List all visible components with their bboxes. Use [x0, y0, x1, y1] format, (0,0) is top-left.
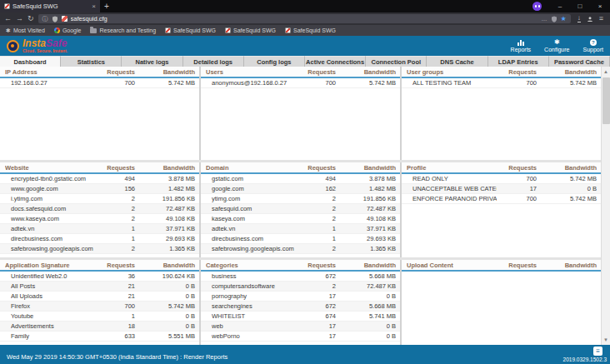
row-bandwidth: 5.742 MB: [537, 195, 597, 202]
row-bandwidth: 5.668 MB: [336, 302, 396, 310]
row-requests: 2: [95, 195, 135, 202]
row-name: www.google.com: [11, 185, 95, 192]
row-name: gstatic.com: [212, 175, 296, 182]
scroll-up-button[interactable]: ▲: [602, 67, 610, 77]
content-scrollbar[interactable]: ▲ ▼: [601, 67, 610, 345]
tracking-protection-icon[interactable]: [52, 16, 58, 22]
row-name: ENFORCE PARANOID PRIVACY LEVEL: [412, 195, 497, 202]
row-name: Advertisements: [11, 322, 95, 330]
scrollbar-thumb[interactable]: [602, 77, 610, 124]
row-bandwidth: 5.668 MB: [336, 272, 396, 280]
row-name: All Uploads: [11, 292, 95, 300]
pocket-icon[interactable]: [551, 16, 558, 22]
dashboard-content: IP AddressRequestsBandwidth192.168.0.277…: [0, 67, 601, 345]
tab-statistics[interactable]: Statistics: [61, 56, 122, 67]
tab-dns-cache[interactable]: DNS Cache: [427, 56, 488, 67]
scroll-down-button[interactable]: ▼: [602, 335, 610, 345]
bookmark-label: Google: [62, 27, 82, 33]
back-icon[interactable]: ←: [4, 15, 12, 22]
column-header-bandwidth: Bandwidth: [135, 68, 195, 76]
panel-user-groups: User groupsRequestsBandwidthALL TESTING …: [402, 67, 601, 160]
bookmark-safesquid-swg[interactable]: SafeSquid SWG: [225, 27, 276, 33]
reports-button[interactable]: Reports: [511, 39, 532, 52]
tab-active-connections[interactable]: Active Connections: [305, 56, 366, 67]
downloads-icon[interactable]: ↓: [578, 15, 581, 22]
instasafe-logo: InstaSafe Cloud. Secure. Instant.: [7, 38, 68, 53]
row-requests: 494: [95, 175, 135, 182]
window-close-button[interactable]: ×: [590, 0, 610, 12]
page-action-icon[interactable]: [62, 16, 68, 22]
row-name: searchengines: [212, 302, 296, 310]
bookmark-star-icon[interactable]: ★: [561, 16, 567, 22]
table-row: direcbusiness.com129.693 KB: [0, 234, 199, 244]
table-row: Youtube10 B: [0, 312, 199, 322]
new-tab-button[interactable]: +: [100, 0, 113, 12]
row-name: pornography: [212, 292, 296, 300]
row-bandwidth: 0 B: [135, 312, 195, 320]
tab-close-icon[interactable]: ×: [92, 2, 96, 10]
table-row: i.ytimg.com2191.856 KB: [0, 194, 199, 204]
row-name: direcbusiness.com: [212, 235, 296, 242]
column-header-bandwidth: Bandwidth: [336, 68, 396, 76]
row-requests: 700: [497, 175, 537, 182]
configure-label: Configure: [544, 47, 569, 52]
row-bandwidth: 0 B: [336, 292, 396, 300]
question-icon: ?: [590, 39, 597, 46]
table-row: searchengines6725.668 MB: [201, 302, 400, 312]
url-text: safesquid.cfg: [71, 15, 538, 22]
row-bandwidth: 3.878 MB: [135, 175, 195, 182]
row-requests: 1: [95, 235, 135, 242]
table-row: gstatic.com4943.878 MB: [201, 174, 400, 184]
bookmark-google[interactable]: Google: [54, 27, 82, 33]
row-bandwidth: 29.693 KB: [336, 235, 396, 242]
panel-title: Profile: [407, 164, 497, 172]
status-message: Wed May 29 2019 14:50:30 GMT+0530 (India…: [7, 353, 228, 361]
forward-icon[interactable]: →: [16, 15, 23, 22]
bookmark-safesquid-swg[interactable]: SafeSquid SWG: [165, 27, 216, 33]
bookmarks-bar: ✱Most VisitedGoogleResearch and TestingS…: [0, 25, 610, 36]
panel-header: WebsiteRequestsBandwidth: [0, 162, 199, 174]
report-document-icon[interactable]: ≡: [593, 347, 602, 356]
table-row: docs.safesquid.com272.487 KB: [0, 204, 199, 214]
row-requests: 21: [95, 282, 135, 290]
table-row: safebrowsing.googleapis.com21.365 KB: [201, 244, 400, 254]
row-bandwidth: 49.108 KB: [135, 215, 195, 222]
row-requests: 672: [296, 302, 336, 310]
tab-dashboard[interactable]: Dashboard: [0, 56, 61, 67]
site-info-icon[interactable]: ⓘ: [42, 16, 48, 22]
row-name: Firefox: [11, 302, 95, 310]
table-row: READ ONLY7005.742 MB: [402, 174, 601, 184]
extension-badge-icon[interactable]: [532, 2, 542, 11]
support-button[interactable]: ?Support: [582, 39, 603, 52]
table-row: UNACCEPTABLE WEB CATEGORY170 B: [402, 184, 601, 194]
configure-button[interactable]: ✱Configure: [544, 39, 569, 52]
page-actions-dots-icon[interactable]: …: [542, 16, 548, 22]
tab-password-cache[interactable]: Password Cache: [549, 56, 610, 67]
tab-config-logs[interactable]: Config logs: [244, 56, 305, 67]
logo-tagline: Cloud. Secure. Instant.: [22, 49, 68, 53]
account-icon[interactable]: [587, 16, 593, 22]
tab-native-logs[interactable]: Native logs: [122, 56, 182, 67]
browser-tab[interactable]: SafeSquid SWG ×: [0, 0, 100, 12]
window-minimize-button[interactable]: –: [550, 0, 570, 12]
bookmark-safesquid-swg[interactable]: SafeSquid SWG: [285, 27, 336, 33]
column-header-bandwidth: Bandwidth: [336, 262, 396, 269]
menu-hamburger-icon[interactable]: ≡: [599, 15, 603, 22]
tab-detailed-logs[interactable]: Detailed logs: [183, 56, 244, 67]
url-input[interactable]: ⓘ safesquid.cfg … ★: [38, 14, 571, 23]
table-row: adtek.vn137.971 KB: [201, 224, 400, 234]
row-name: business: [212, 272, 296, 280]
window-maximize-button[interactable]: □: [570, 0, 590, 12]
row-bandwidth: 37.971 KB: [135, 225, 195, 232]
panel-title: IP Address: [5, 68, 95, 76]
bookmark-research-and-testing[interactable]: Research and Testing: [90, 27, 156, 33]
row-bandwidth: 5.742 MB: [537, 79, 597, 87]
tab-connection-pool[interactable]: Connection Pool: [366, 56, 427, 67]
row-requests: 17: [296, 332, 336, 340]
row-requests: 2: [95, 215, 135, 222]
tab-ldap-entries[interactable]: LDAP Entries: [488, 56, 549, 67]
panel-body: 192.168.0.277005.742 MB: [0, 78, 199, 160]
reload-icon[interactable]: ↻: [28, 15, 34, 22]
table-row: ENFORCE PARANOID PRIVACY LEVEL7005.742 M…: [402, 194, 601, 204]
bookmark-most-visited[interactable]: ✱Most Visited: [6, 27, 45, 33]
